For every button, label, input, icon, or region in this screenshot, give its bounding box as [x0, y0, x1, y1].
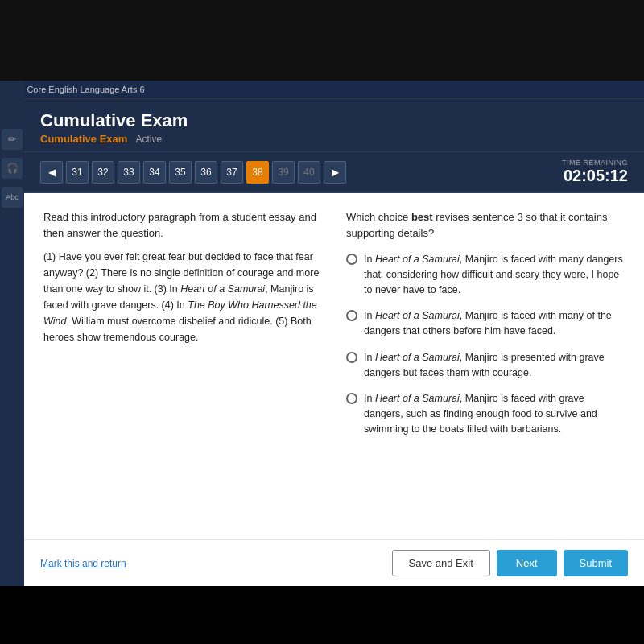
footer: Mark this and return Save and Exit Next …	[24, 539, 644, 586]
question-btn-39[interactable]: 39	[272, 161, 295, 184]
question-btn-33[interactable]: 33	[118, 161, 140, 184]
radio-b[interactable]	[346, 310, 357, 321]
prev-arrow-button[interactable]: ◀	[40, 161, 63, 184]
question-text: Which choice best revises sentence 3 so …	[346, 209, 625, 241]
answer-option-b[interactable]: In Heart of a Samurai, Manjiro is faced …	[346, 308, 625, 339]
time-value: 02:05:12	[562, 167, 628, 185]
left-sidebar: ✏ 🎧 Abc	[0, 80, 24, 208]
radio-d[interactable]	[346, 393, 357, 404]
radio-a[interactable]	[346, 254, 357, 265]
answer-option-d[interactable]: In Heart of a Samurai, Manjiro is faced …	[346, 391, 625, 436]
time-label: TIME REMAINING	[562, 159, 628, 167]
question-btn-38[interactable]: 38	[246, 161, 269, 184]
right-panel: Which choice best revises sentence 3 so …	[346, 209, 625, 523]
question-btn-36[interactable]: 36	[195, 161, 217, 184]
exam-subtitle: Cumulative Exam	[40, 133, 127, 145]
question-btn-32[interactable]: 32	[92, 161, 114, 184]
exam-title: Cumulative Exam	[40, 110, 628, 131]
bottom-black-area	[0, 586, 644, 602]
answer-text-a: In Heart of a Samurai, Manjiro is faced …	[364, 252, 625, 297]
question-btn-40[interactable]: 40	[298, 161, 320, 184]
left-panel: Read this introductory paragraph from a …	[43, 209, 322, 523]
exam-header: Cumulative Exam Cumulative Exam Active	[24, 99, 644, 152]
time-remaining: TIME REMAINING 02:05:12	[562, 159, 628, 185]
main-area: Cumulative Exam Cumulative Exam Active ◀…	[0, 99, 644, 586]
answer-text-b: In Heart of a Samurai, Manjiro is faced …	[364, 308, 625, 339]
headphone-icon[interactable]: 🎧	[2, 158, 23, 179]
answer-option-a[interactable]: In Heart of a Samurai, Manjiro is faced …	[346, 252, 625, 297]
footer-buttons: Save and Exit Next Submit	[392, 550, 628, 576]
next-button[interactable]: Next	[497, 550, 557, 576]
question-btn-37[interactable]: 37	[221, 161, 243, 184]
submit-button[interactable]: Submit	[564, 550, 628, 576]
answer-option-c[interactable]: In Heart of a Samurai, Manjiro is presen…	[346, 350, 625, 381]
question-nav: ◀ 31 32 33 34 35 36 37 38 39 40 ▶	[40, 161, 346, 184]
answer-text-c: In Heart of a Samurai, Manjiro is presen…	[364, 350, 625, 381]
pencil-icon[interactable]: ✏	[2, 129, 23, 150]
next-arrow-button[interactable]: ▶	[324, 161, 346, 184]
save-exit-button[interactable]: Save and Exit	[392, 550, 490, 576]
passage-intro: Read this introductory paragraph from a …	[43, 209, 322, 241]
abc-icon[interactable]: Abc	[2, 187, 23, 208]
content-area: Read this introductory paragraph from a …	[24, 193, 644, 539]
question-btn-34[interactable]: 34	[143, 161, 166, 184]
exam-status: Active	[135, 134, 162, 145]
navigation-row: ◀ 31 32 33 34 35 36 37 38 39 40 ▶ TIME R…	[24, 152, 644, 193]
radio-c[interactable]	[346, 352, 357, 363]
course-header: non Core English Language Arts 6	[0, 80, 644, 99]
passage-text: (1) Have you ever felt great fear but de…	[43, 249, 322, 345]
top-black-area	[0, 0, 644, 80]
course-title: non Core English Language Arts 6	[10, 85, 145, 94]
mark-return-link[interactable]: Mark this and return	[40, 558, 126, 569]
question-btn-31[interactable]: 31	[66, 161, 89, 184]
question-btn-35[interactable]: 35	[169, 161, 192, 184]
answer-text-d: In Heart of a Samurai, Manjiro is faced …	[364, 391, 625, 436]
